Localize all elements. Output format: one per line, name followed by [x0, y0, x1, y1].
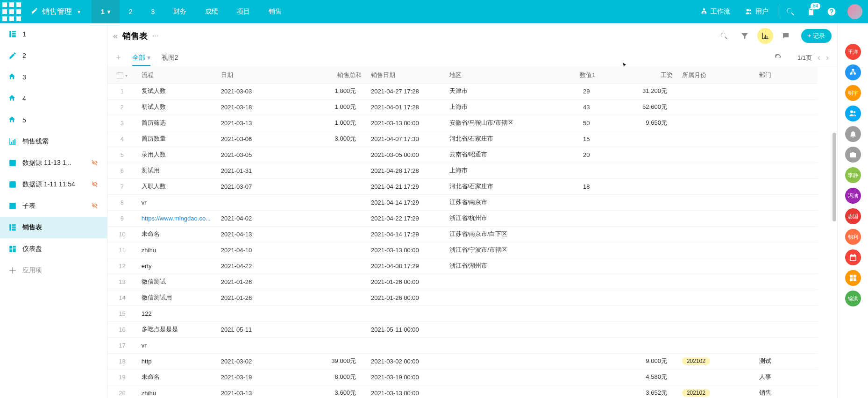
table-scroll[interactable]: ▾ 流程 日期 销售总和 销售日期 地区 数值1 工资 所属月份 部门 1复试人…: [107, 67, 837, 398]
bell-icon[interactable]: [849, 29, 857, 39]
section-tab-项目[interactable]: 项目: [228, 0, 259, 23]
cell-sale-date: 2021-03-13 00:00: [366, 242, 444, 258]
cell-salary: [600, 147, 677, 163]
cell-date: [216, 306, 289, 321]
cell-area: 浙江省/杭州市: [445, 210, 524, 226]
table-row[interactable]: 14微信测试用2021-01-262021-01-26 00:00: [107, 290, 818, 306]
help-icon[interactable]: [821, 0, 842, 23]
rail-badge[interactable]: 李静: [845, 167, 861, 183]
table-row[interactable]: 7入职人数2021-03-072021-04-21 17:29河北省/石家庄市1…: [107, 178, 818, 194]
sidebar-item[interactable]: 子表: [0, 195, 107, 217]
next-page-icon[interactable]: ›: [826, 53, 829, 63]
sidebar-item-label: 5: [22, 116, 99, 124]
rail-badge[interactable]: [845, 147, 861, 163]
table-search-icon[interactable]: [716, 28, 732, 44]
table-row[interactable]: 4简历数量2021-03-063,000元2021-04-07 17:30河北省…: [107, 131, 818, 147]
view-tab[interactable]: 视图2: [162, 54, 178, 65]
header-sale-date[interactable]: 销售日期: [366, 67, 444, 83]
clipboard-icon[interactable]: 84: [801, 0, 821, 23]
statistics-icon[interactable]: [757, 28, 773, 44]
add-view-icon[interactable]: +: [116, 53, 121, 63]
sidebar-item[interactable]: 1: [0, 23, 107, 45]
section-tab-3[interactable]: 3: [142, 0, 164, 23]
rail-badge[interactable]: 志国: [845, 208, 861, 224]
table-row[interactable]: 19未命名2021-03-198,000元2021-03-19 00:004,5…: [107, 369, 818, 385]
add-record-button[interactable]: + 记录: [801, 29, 832, 43]
table-row[interactable]: 2初试人数2021-03-181,000元2021-04-01 17:28上海市…: [107, 99, 818, 115]
cell-index: 17: [107, 337, 137, 353]
prev-page-icon[interactable]: ‹: [818, 53, 820, 63]
app-name-dropdown[interactable]: 销售管理 ▾: [23, 7, 88, 17]
workflow-button[interactable]: 工作流: [693, 0, 738, 23]
rail-badge[interactable]: 明宇: [845, 85, 861, 101]
section-tab-2[interactable]: 2: [120, 0, 142, 23]
rail-badge[interactable]: [845, 270, 861, 286]
header-process[interactable]: 流程: [137, 67, 216, 83]
users-button[interactable]: 用户: [738, 0, 776, 23]
header-checkbox[interactable]: ▾: [107, 67, 137, 83]
header-date[interactable]: 日期: [216, 67, 289, 83]
cell-salary: [600, 306, 677, 321]
refresh-icon[interactable]: [770, 50, 786, 66]
table-row[interactable]: 9https://www.mingdao.co...2021-04-022021…: [107, 210, 818, 226]
section-tab-销售[interactable]: 销售: [259, 0, 291, 23]
rail-badge[interactable]: [845, 249, 861, 265]
table-row[interactable]: 13微信测试2021-01-262021-01-26 00:00: [107, 274, 818, 290]
table-row[interactable]: 16多吃点是是是2021-05-112021-05-11 00:00: [107, 321, 818, 337]
sidebar-item[interactable]: 3: [0, 66, 107, 88]
table-row[interactable]: 17vr: [107, 337, 818, 353]
table-row[interactable]: 18http2021-03-0239,000元2021-03-02 00:009…: [107, 353, 818, 369]
table-row[interactable]: 6测试用2021-01-312021-04-28 17:28上海市: [107, 163, 818, 178]
header-dept[interactable]: 部门: [754, 67, 818, 83]
header-month[interactable]: 所属月份: [677, 67, 754, 83]
table-row[interactable]: 1复试人数2021-03-031,800元2021-04-27 17:28天津市…: [107, 83, 818, 99]
sidebar-item[interactable]: 5: [0, 109, 107, 131]
cell-sale-date: 2021-04-14 17:29: [366, 226, 444, 242]
rail-badge[interactable]: 王洋: [845, 44, 861, 60]
header-salary[interactable]: 工资: [600, 67, 677, 83]
apps-menu-icon[interactable]: [0, 0, 23, 23]
header-number[interactable]: 数值1: [524, 67, 600, 83]
vertical-scrollbar[interactable]: [832, 133, 836, 221]
table-row[interactable]: 20zhihu2021-03-133,600元2021-03-13 00:003…: [107, 385, 818, 398]
table-row[interactable]: 3简历筛选2021-03-131,000元2021-03-13 00:00安徽省…: [107, 115, 818, 131]
view-tab[interactable]: 全部▾: [132, 54, 150, 66]
table-row[interactable]: 10未命名2021-04-132021-04-14 17:29江苏省/南京市/白…: [107, 226, 818, 242]
sidebar-item[interactable]: 销售线索: [0, 131, 107, 152]
cell-month: [677, 290, 754, 306]
collapse-sidebar-icon[interactable]: «: [113, 31, 118, 41]
table-row[interactable]: 15122: [107, 306, 818, 321]
sidebar-item[interactable]: 销售表: [0, 217, 107, 238]
header-area[interactable]: 地区: [445, 67, 524, 83]
sidebar-item[interactable]: 数据源 11-13 1...: [0, 152, 107, 174]
rail-badge[interactable]: [845, 106, 861, 121]
table-row[interactable]: 5录用人数2021-03-052021-03-05 00:00云南省/昭通市20: [107, 147, 818, 163]
table-row[interactable]: 12erty2021-04-222021-04-08 17:29浙江省/湖州市: [107, 258, 818, 274]
rail-badge[interactable]: [845, 64, 861, 80]
more-icon[interactable]: ···: [152, 32, 158, 40]
table-row[interactable]: 8vr2021-04-14 17:29江苏省/南京市: [107, 194, 818, 210]
rail-badge[interactable]: 锦洪: [845, 291, 861, 306]
filter-icon[interactable]: [737, 28, 753, 44]
cell-number: [524, 163, 600, 178]
header-total[interactable]: 销售总和: [289, 67, 366, 83]
section-tab-成绩[interactable]: 成绩: [196, 0, 228, 23]
sidebar-item[interactable]: 仪表盘: [0, 238, 107, 260]
cell-month: [677, 226, 754, 242]
sidebar-item-label: 数据源 1-11 11:54: [22, 180, 85, 189]
rail-badge[interactable]: [845, 126, 861, 142]
user-avatar[interactable]: [847, 4, 862, 19]
comment-icon[interactable]: [778, 28, 794, 44]
rail-badge[interactable]: 朝利: [845, 229, 861, 245]
table-row[interactable]: 11zhihu2021-04-102021-03-13 00:00浙江省/宁波市…: [107, 242, 818, 258]
cell-dept: [754, 321, 818, 337]
sidebar-item[interactable]: 数据源 1-11 11:54: [0, 174, 107, 195]
section-tab-1[interactable]: 1▾: [92, 0, 120, 23]
sidebar-item[interactable]: 4: [0, 88, 107, 109]
rail-badge[interactable]: 冯洁: [845, 188, 861, 204]
cell-index: 5: [107, 147, 137, 163]
search-icon[interactable]: [780, 0, 801, 23]
section-tab-财务[interactable]: 财务: [164, 0, 196, 23]
sidebar-item[interactable]: 应用项: [0, 260, 107, 281]
sidebar-item[interactable]: 2: [0, 45, 107, 66]
